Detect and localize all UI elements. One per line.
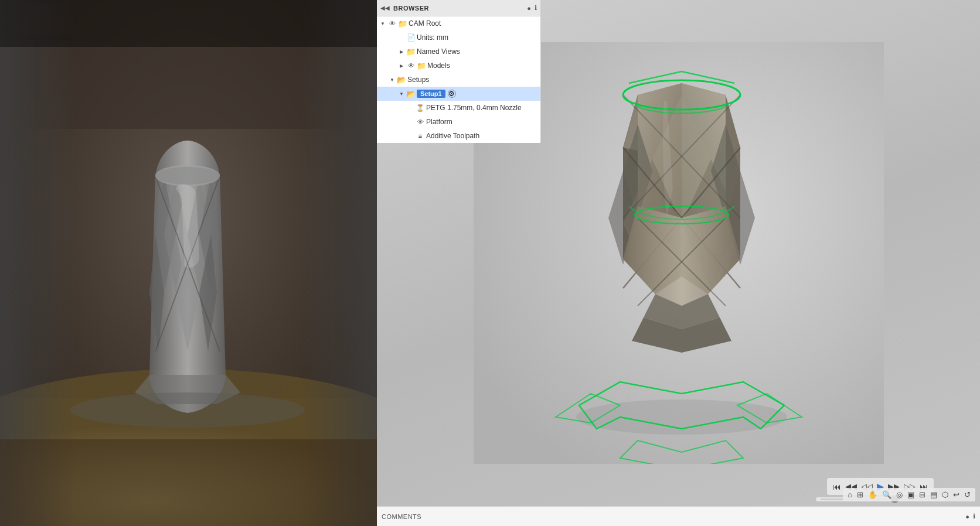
svg-rect-13 [0, 0, 377, 47]
eye-icon[interactable]: 👁 [387, 19, 397, 28]
toolpath-icon: ≡ [416, 131, 425, 141]
photo-panel [0, 0, 377, 526]
tree-item-named-views[interactable]: ▶ 📁 Named Views [377, 45, 540, 59]
mesh-btn[interactable]: ⬡ [940, 490, 950, 500]
grid-btn[interactable]: ⊞ [855, 490, 865, 500]
tree-item-units[interactable]: ▶ 📄 Units: mm [377, 30, 540, 45]
setups-folder-icon: 📂 [397, 75, 406, 84]
named-views-label: Named Views [417, 47, 460, 56]
platform-label: Platform [426, 118, 452, 126]
wireframe-btn[interactable]: ▤ [928, 490, 939, 500]
right-panel: ◀◀ BROWSER ● ℹ ▼ 👁 📁 CAM Root ▶ 📄 Units:… [377, 0, 980, 526]
browser-info-icon[interactable]: ℹ [535, 4, 537, 12]
bottom-info-icon[interactable]: ℹ [973, 513, 975, 520]
units-icon: 📄 [406, 33, 416, 42]
fit-view-btn[interactable]: ◎ [894, 490, 904, 500]
setup1-badge: Setup1 [417, 90, 445, 98]
tree-item-platform[interactable]: ▶ 👁 Platform [377, 115, 540, 129]
section-btn[interactable]: ⊟ [917, 490, 927, 500]
redo-view-btn[interactable]: ↺ [962, 490, 972, 500]
display-btn[interactable]: ▣ [906, 490, 916, 500]
viewport-tool-buttons: ⌂ ⊞ ✋ 🔍 ◎ ▣ ⊟ ▤ ⬡ ↩ ↺ [843, 488, 975, 501]
toolpath-label: Additive Toolpath [426, 132, 479, 140]
setup1-settings-icon[interactable]: ⚙ [448, 90, 456, 98]
svg-rect-14 [0, 439, 377, 526]
browser-panel: ◀◀ BROWSER ● ℹ ▼ 👁 📁 CAM Root ▶ 📄 Units:… [377, 0, 541, 143]
expand-cam-root-icon[interactable]: ▼ [379, 20, 386, 27]
tree-item-setups[interactable]: ▼ 📂 Setups [377, 73, 540, 87]
petg-icon: ⏳ [416, 103, 425, 112]
units-label: Units: mm [417, 33, 448, 42]
models-folder-icon: 📁 [417, 61, 426, 70]
expand-setup1-icon[interactable]: ▼ [398, 90, 405, 97]
petg-label: PETG 1.75mm, 0.4mm Nozzle [426, 104, 522, 112]
folder-icon: 📁 [398, 19, 407, 28]
expand-setups-icon[interactable]: ▼ [389, 76, 396, 83]
setups-label: Setups [407, 76, 429, 84]
eye-models-icon[interactable]: 👁 [406, 61, 416, 70]
named-views-folder-icon: 📁 [406, 47, 416, 56]
models-label: Models [427, 62, 450, 70]
expand-named-views-icon[interactable]: ▶ [398, 48, 405, 55]
tree-item-setup1[interactable]: ▼ 📂 Setup1 ⚙ [377, 87, 540, 101]
zoom-btn[interactable]: 🔍 [880, 490, 893, 500]
tree-item-additive-toolpath[interactable]: ▶ ≡ Additive Toolpath [377, 129, 540, 143]
cam-root-label: CAM Root [409, 19, 441, 28]
bottom-bar: COMMENTS ● ℹ [377, 506, 980, 526]
undo-view-btn[interactable]: ↩ [951, 490, 961, 500]
browser-header: ◀◀ BROWSER ● ℹ [377, 0, 540, 16]
home-view-btn[interactable]: ⌂ [846, 490, 854, 500]
tree-item-petg[interactable]: ▶ ⏳ PETG 1.75mm, 0.4mm Nozzle [377, 101, 540, 115]
tree-item-models[interactable]: ▶ 👁 📁 Models [377, 59, 540, 73]
tree-item-cam-root[interactable]: ▼ 👁 📁 CAM Root [377, 16, 540, 30]
setup1-folder-icon: 📂 [406, 89, 416, 98]
pan-btn[interactable]: ✋ [866, 490, 879, 500]
browser-title: BROWSER [393, 5, 523, 12]
browser-dot-icon: ● [527, 5, 531, 12]
eye-platform-icon[interactable]: 👁 [416, 117, 425, 127]
expand-models-icon[interactable]: ▶ [398, 62, 405, 69]
back-arrow-icon[interactable]: ◀◀ [380, 5, 390, 11]
bottom-dot-icon: ● [965, 513, 969, 520]
play-skip-start-btn[interactable]: ⏮ [832, 481, 842, 493]
comments-label: COMMENTS [382, 513, 962, 520]
